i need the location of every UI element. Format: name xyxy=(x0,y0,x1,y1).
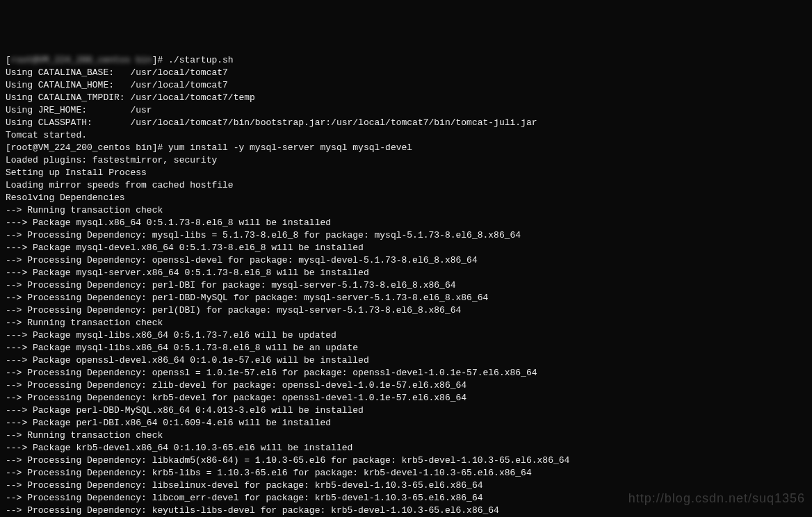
terminal-line: --> Processing Dependency: krb5-devel fo… xyxy=(6,392,806,404)
terminal-line: Using CLASSPATH: /usr/local/tomcat7/bin/… xyxy=(6,117,806,129)
terminal-line: [root@VM_224_200_centos bin]# yum instal… xyxy=(6,142,806,154)
terminal-line: --> Processing Dependency: perl(DBI) for… xyxy=(6,304,806,317)
terminal-line: Using JRE_HOME: /usr xyxy=(6,104,806,117)
terminal-line: Resolving Dependencies xyxy=(6,192,806,204)
terminal-line: --> Processing Dependency: mysql-libs = … xyxy=(6,229,806,242)
terminal-line: --> Processing Dependency: libkadm5(x86-… xyxy=(6,454,806,467)
terminal-line: Using CATALINA_TMPDIR: /usr/local/tomcat… xyxy=(6,92,806,104)
terminal-line: --> Processing Dependency: perl-DBD-MySQ… xyxy=(6,292,806,304)
terminal-line: --> Processing Dependency: keyutils-libs… xyxy=(6,504,806,517)
terminal-line: Setting up Install Process xyxy=(6,167,806,179)
terminal-line: ---> Package mysql-libs.x86_64 0:5.1.73-… xyxy=(6,342,806,354)
terminal-line: --> Processing Dependency: perl-DBI for … xyxy=(6,279,806,292)
terminal-line: ---> Package openssl-devel.x86_64 0:1.0.… xyxy=(6,354,806,367)
terminal-line: ---> Package mysql.x86_64 0:5.1.73-8.el6… xyxy=(6,217,806,229)
terminal-line: Loaded plugins: fastestmirror, security xyxy=(6,154,806,167)
terminal-line: --> Processing Dependency: libcom_err-de… xyxy=(6,492,806,504)
terminal-line: --> Processing Dependency: krb5-libs = 1… xyxy=(6,467,806,479)
terminal-line: --> Processing Dependency: openssl-devel… xyxy=(6,254,806,267)
terminal-line: Tomcat started. xyxy=(6,129,806,142)
terminal-line: --> Running transaction check xyxy=(6,317,806,329)
terminal-line: Loading mirror speeds from cached hostfi… xyxy=(6,179,806,192)
terminal-line: ---> Package mysql-server.x86_64 0:5.1.7… xyxy=(6,267,806,279)
terminal-line: [root@VM_224_200_centos bin]# ./startup.… xyxy=(6,54,806,67)
terminal-output[interactable]: [root@VM_224_200_centos bin]# ./startup.… xyxy=(6,54,806,517)
terminal-line: ---> Package mysql-libs.x86_64 0:5.1.73-… xyxy=(6,329,806,342)
terminal-line: ---> Package krb5-devel.x86_64 0:1.10.3-… xyxy=(6,442,806,454)
terminal-line: --> Processing Dependency: libselinux-de… xyxy=(6,479,806,492)
terminal-line: --> Processing Dependency: openssl = 1.0… xyxy=(6,367,806,379)
terminal-line: ---> Package perl-DBI.x86_64 0:1.609-4.e… xyxy=(6,417,806,429)
terminal-line: ---> Package perl-DBD-MySQL.x86_64 0:4.0… xyxy=(6,404,806,417)
terminal-line: Using CATALINA_BASE: /usr/local/tomcat7 xyxy=(6,67,806,79)
terminal-line: --> Processing Dependency: zlib-devel fo… xyxy=(6,379,806,392)
terminal-line: Using CATALINA_HOME: /usr/local/tomcat7 xyxy=(6,79,806,92)
terminal-line: ---> Package mysql-devel.x86_64 0:5.1.73… xyxy=(6,242,806,254)
terminal-line: --> Running transaction check xyxy=(6,429,806,442)
terminal-line: --> Running transaction check xyxy=(6,204,806,217)
